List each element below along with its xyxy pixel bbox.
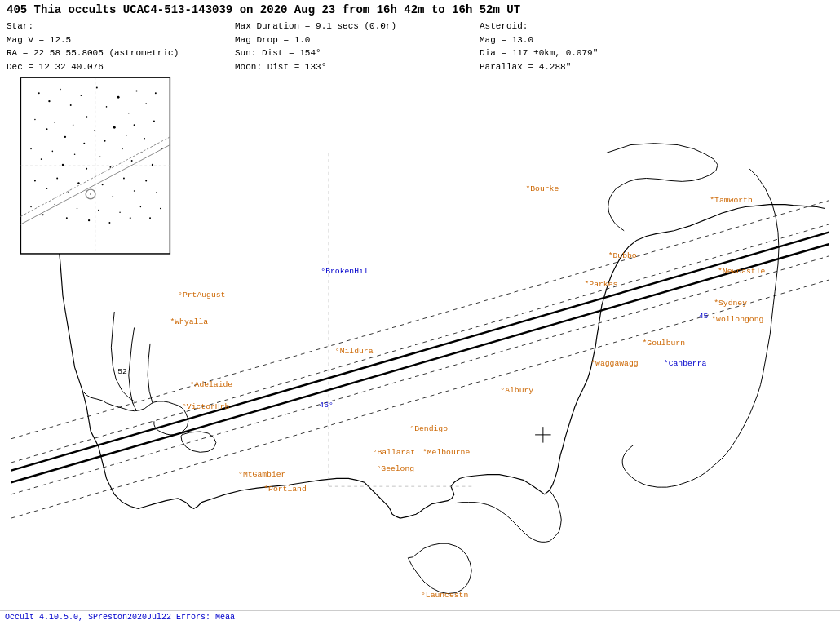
svg-point-17 — [86, 116, 87, 117]
dia-label: Dia = — [480, 48, 506, 58]
svg-point-22 — [136, 90, 138, 91]
mag-drop: Mag Drop = 1.0 — [235, 33, 447, 47]
city-wagga: *WaggaWagg — [590, 359, 638, 368]
svg-point-44 — [99, 156, 101, 157]
footer: Occult 4.10.5.0, SPreston2020Jul22 Error… — [0, 610, 840, 625]
svg-point-32 — [104, 140, 106, 142]
sun-dist-label: Dist = — [262, 48, 294, 58]
svg-point-74 — [149, 217, 151, 219]
parallax-info: Parallax = 4.288" — [480, 60, 643, 74]
svg-point-27 — [54, 122, 55, 124]
svg-point-55 — [77, 182, 79, 184]
label-46: 46° — [319, 401, 334, 410]
city-labels: *Bourke *Tamworth *Dubbo *Newcastle °Bro… — [170, 184, 765, 600]
svg-point-15 — [70, 104, 72, 106]
city-bourke: *Bourke — [525, 184, 559, 193]
svg-point-38 — [30, 148, 32, 150]
city-victorhrb: °VictorHrb — [182, 402, 229, 411]
city-adelaide: °Adelaide — [190, 380, 233, 389]
occultation-map: *Bourke *Tamworth *Dubbo *Newcastle °Bro… — [0, 73, 840, 610]
svg-point-49 — [152, 164, 153, 166]
sun-info: Sun: Dist = 154° — [235, 47, 447, 60]
svg-point-36 — [144, 138, 145, 140]
header: 405 Thia occults UCAC4-513-143039 on 202… — [0, 0, 840, 73]
svg-point-59 — [123, 178, 125, 180]
svg-point-66 — [66, 217, 68, 219]
footer-text: Occult 4.10.5.0, SPreston2020Jul22 Error… — [5, 613, 235, 622]
ra: RA = 22 58 55.8005 (astrometric) — [7, 47, 202, 60]
svg-point-24 — [155, 92, 157, 94]
city-mildura: °Mildura — [335, 347, 374, 356]
svg-point-70 — [108, 222, 110, 224]
svg-point-46 — [122, 148, 123, 150]
city-mtgambier: °MtGambier — [238, 470, 285, 479]
svg-point-37 — [153, 120, 155, 122]
city-sydney: *Sydney — [714, 299, 747, 308]
max-duration: Max Duration = 9.1 secs (0.0r) — [235, 20, 447, 33]
city-brokenhill: °BrokenHil — [321, 267, 368, 276]
svg-point-60 — [134, 190, 135, 192]
city-melbourne: *Melbourne — [422, 448, 470, 457]
city-wollongong: *Wollongong — [711, 315, 763, 324]
mag-drop-label: Mag Drop = — [235, 35, 289, 45]
svg-line-5 — [11, 233, 829, 471]
svg-point-62 — [156, 192, 157, 193]
city-whyalla: *Whyalla — [170, 317, 208, 326]
svg-line-2 — [11, 256, 829, 494]
svg-point-73 — [140, 206, 142, 208]
sun-dist-val: 154° — [299, 48, 321, 58]
svg-point-51 — [34, 180, 36, 181]
svg-point-23 — [145, 103, 147, 104]
svg-point-31 — [94, 130, 95, 131]
city-albury: °Albury — [500, 386, 533, 395]
svg-point-67 — [77, 208, 78, 210]
svg-point-39 — [41, 158, 42, 160]
svg-point-16 — [81, 95, 82, 96]
page-title: 405 Thia occults UCAC4-513-143039 on 202… — [7, 3, 833, 16]
svg-point-65 — [54, 204, 55, 206]
svg-point-63 — [30, 206, 32, 208]
svg-point-56 — [90, 193, 91, 195]
svg-point-52 — [46, 188, 48, 189]
svg-point-57 — [102, 184, 104, 185]
city-portland: *Portland — [263, 485, 306, 494]
svg-point-40 — [52, 151, 54, 153]
parallax-val: 4.288" — [539, 62, 572, 72]
svg-point-42 — [74, 154, 76, 156]
svg-text:52: 52 — [117, 367, 127, 376]
svg-point-28 — [64, 136, 66, 138]
city-ptaugust: °PrtAugust — [178, 290, 225, 299]
svg-point-21 — [128, 113, 130, 114]
moon-dist-label: Dist = — [267, 62, 300, 72]
moon-dist-val: 133° — [305, 62, 326, 72]
parallax-label: Parallax = — [480, 62, 533, 72]
star-label: Star: — [7, 20, 202, 33]
svg-point-30 — [83, 143, 85, 144]
max-duration-val: 9.1 secs — [316, 21, 359, 31]
svg-point-34 — [126, 135, 127, 136]
city-geelong: °Geelong — [376, 464, 414, 473]
svg-point-26 — [46, 128, 48, 130]
label-45: 45 — [699, 312, 709, 321]
svg-point-35 — [134, 124, 135, 126]
svg-point-29 — [73, 124, 74, 126]
max-duration-extra: (0.0r) — [364, 21, 396, 31]
svg-point-41 — [62, 164, 64, 166]
city-launceston: °Launcestn — [421, 591, 468, 600]
svg-point-75 — [160, 208, 161, 210]
svg-point-54 — [68, 192, 69, 193]
sun-label: Sun: — [235, 48, 256, 58]
map-area: *Bourke *Tamworth *Dubbo *Newcastle °Bro… — [0, 73, 840, 610]
asteroid-label: Asteroid: — [480, 20, 643, 33]
svg-point-68 — [88, 219, 90, 221]
moon-label: Moon: — [235, 62, 262, 72]
svg-point-14 — [60, 89, 61, 91]
city-goulburn: *Goulburn — [643, 339, 686, 348]
svg-point-72 — [130, 217, 131, 219]
dec: Dec = 12 32 40.076 — [7, 60, 202, 74]
svg-point-64 — [42, 214, 44, 215]
svg-point-13 — [48, 100, 50, 102]
svg-point-33 — [113, 126, 116, 129]
city-newcastle: *Newcastle — [718, 267, 765, 276]
mag-drop-val: 1.0 — [294, 35, 311, 45]
